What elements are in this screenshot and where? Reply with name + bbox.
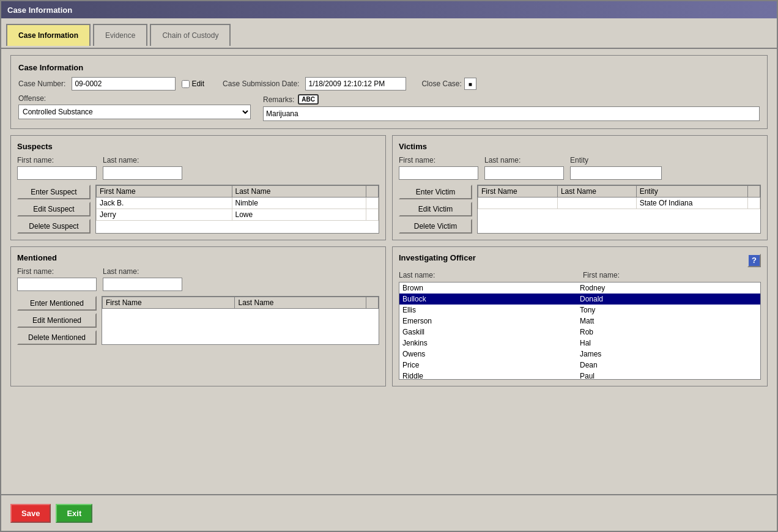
table-row[interactable]: JerryLowe [97, 209, 379, 221]
mentioned-col-extra [366, 297, 379, 309]
victim-entity-cell: State Of Indiana [636, 198, 747, 209]
list-item[interactable]: BullockDonald [399, 294, 760, 305]
suspect-lastname-cell: Nimble [232, 198, 366, 209]
list-item[interactable]: EllisTony [399, 305, 760, 316]
suspect-firstname-input[interactable] [17, 166, 97, 180]
officer-firstname: Hal [580, 339, 757, 347]
edit-checkbox[interactable] [182, 80, 190, 88]
delete-victim-button[interactable]: Delete Victim [399, 219, 472, 234]
victim-firstname-cell [478, 198, 558, 209]
edit-suspect-button[interactable]: Edit Suspect [17, 202, 91, 216]
suspect-firstname-cell: Jack B. [97, 198, 232, 209]
main-window: Case Information Case Information Eviden… [0, 0, 778, 532]
mentioned-panel: Mentioned First name: Last name: Enter M… [10, 246, 386, 386]
suspects-victims-panels: Suspects First name: Last name: Enter Su… [10, 135, 768, 240]
mentioned-lastname-group: Last name: [103, 267, 182, 291]
officer-lastname: Emerson [402, 317, 580, 325]
enter-suspect-button[interactable]: Enter Suspect [17, 185, 91, 199]
list-item[interactable]: GaskillRob [399, 327, 760, 338]
mentioned-lastname-label: Last name: [103, 267, 182, 276]
mentioned-lastname-input[interactable] [103, 278, 182, 291]
list-item[interactable]: OwensJames [399, 349, 760, 360]
officer-firstname: Rob [580, 328, 757, 336]
victims-col-lastname: Last Name [557, 186, 636, 198]
close-case-checkbox[interactable]: ■ [464, 78, 476, 90]
victims-col-extra [748, 186, 760, 198]
list-item[interactable]: JenkinsHal [399, 338, 760, 349]
victims-panel: Victims First name: Last name: Entity [392, 135, 768, 240]
officer-lastname: Price [402, 361, 580, 369]
enter-victim-button[interactable]: Enter Victim [399, 185, 472, 199]
suspect-firstname-group: First name: [17, 156, 97, 180]
suspect-lastname-input[interactable] [103, 166, 182, 180]
officer-firstname: Paul [580, 372, 757, 380]
suspects-table: First Name Last Name Jack B.NimbleJerryL… [95, 185, 379, 234]
tab-bar: Case Information Evidence Chain of Custo… [1, 18, 777, 49]
victim-entity-label: Entity [570, 156, 662, 164]
inv-col-headers: Last name: First name: [399, 271, 761, 279]
mentioned-firstname-input[interactable] [17, 278, 97, 291]
officer-firstname: Rodney [580, 284, 757, 292]
victim-lastname-group: Last name: [484, 156, 564, 180]
delete-mentioned-button[interactable]: Delete Mentioned [17, 330, 97, 345]
investigating-title: Investigating Officer [399, 253, 476, 262]
list-item[interactable]: RiddlePaul [399, 371, 760, 380]
investigating-officer-list[interactable]: BrownRodneyBullockDonaldEllisTonyEmerson… [399, 282, 761, 380]
victim-entity-group: Entity [570, 156, 662, 180]
list-item[interactable]: BrownRodney [399, 283, 760, 294]
suspects-panel: Suspects First name: Last name: Enter Su… [10, 135, 386, 240]
officer-lastname: Ellis [402, 306, 580, 314]
list-item[interactable]: EmersonMatt [399, 316, 760, 327]
tab-chain-of-custody[interactable]: Chain of Custody [150, 24, 231, 46]
exit-button[interactable]: Exit [56, 504, 92, 523]
mentioned-title: Mentioned [17, 253, 379, 262]
officer-lastname: Bullock [402, 295, 580, 303]
remarks-label-row: Remarks: ABC [263, 94, 760, 105]
edit-victim-button[interactable]: Edit Victim [399, 202, 472, 216]
victim-lastname-input[interactable] [484, 166, 564, 180]
abc-badge: ABC [298, 94, 319, 105]
enter-mentioned-button[interactable]: Enter Mentioned [17, 296, 97, 311]
table-row[interactable]: Jack B.Nimble [97, 198, 379, 209]
tab-evidence[interactable]: Evidence [93, 24, 147, 46]
table-row[interactable]: State Of Indiana [478, 198, 760, 209]
offense-select[interactable]: Controlled Substance [18, 105, 251, 119]
case-info-title: Case Information [18, 63, 760, 72]
suspects-col-lastname: Last Name [232, 186, 366, 198]
suspects-name-row: First name: Last name: [17, 156, 379, 180]
footer-bar: Save Exit [1, 494, 777, 531]
officer-lastname: Owens [402, 350, 580, 358]
victim-lastname-label: Last name: [484, 156, 564, 164]
suspect-lastname-label: Last name: [103, 156, 182, 164]
remarks-input[interactable] [263, 106, 760, 121]
mentioned-col-lastname: Last Name [235, 297, 366, 309]
suspects-title: Suspects [17, 142, 379, 151]
submission-date-label: Case Submission Date: [223, 79, 299, 88]
investigating-header: Investigating Officer ? [399, 253, 761, 267]
suspects-col-extra [366, 186, 379, 198]
mentioned-col-firstname: First Name [103, 297, 235, 309]
case-number-input[interactable] [72, 77, 176, 91]
inv-firstname-label: First name: [583, 271, 761, 279]
bottom-panels: Mentioned First name: Last name: Enter M… [10, 246, 768, 386]
victim-entity-input[interactable] [570, 166, 662, 180]
victim-firstname-label: First name: [399, 156, 478, 164]
suspect-lastname-cell: Lowe [232, 209, 366, 221]
suspects-col-firstname: First Name [97, 186, 232, 198]
offense-group: Offense: Controlled Substance [18, 94, 251, 119]
help-button[interactable]: ? [747, 254, 761, 267]
edit-checkbox-label: Edit [182, 79, 204, 88]
submission-date-input[interactable] [305, 77, 406, 91]
main-content: Case Information Case Number: Edit Case … [1, 49, 777, 494]
list-item[interactable]: PriceDean [399, 360, 760, 371]
edit-mentioned-button[interactable]: Edit Mentioned [17, 313, 97, 328]
victims-col-entity: Entity [636, 186, 747, 198]
tab-case-information[interactable]: Case Information [6, 24, 91, 46]
suspect-lastname-group: Last name: [103, 156, 182, 180]
officer-lastname: Riddle [402, 372, 580, 380]
victim-lastname-cell [557, 198, 636, 209]
delete-suspect-button[interactable]: Delete Suspect [17, 219, 91, 234]
victim-firstname-input[interactable] [399, 166, 478, 180]
save-button[interactable]: Save [10, 504, 51, 523]
victims-name-row: First name: Last name: Entity [399, 156, 761, 180]
